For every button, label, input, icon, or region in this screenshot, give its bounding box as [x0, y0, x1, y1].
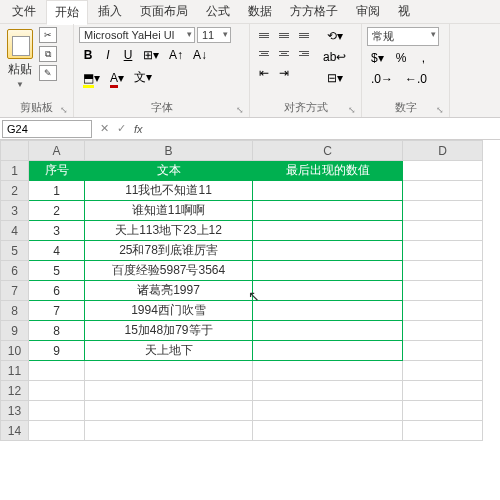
row-header[interactable]: 11 — [1, 361, 29, 381]
menu-insert[interactable]: 插入 — [90, 0, 130, 23]
italic-button[interactable]: I — [99, 46, 117, 64]
cell[interactable]: 6 — [29, 281, 85, 301]
cell[interactable] — [403, 221, 483, 241]
menu-home[interactable]: 开始 — [46, 0, 88, 25]
cell[interactable] — [403, 401, 483, 421]
decrease-decimal-button[interactable]: ←.0 — [401, 70, 431, 88]
cancel-icon[interactable]: ✕ — [100, 122, 109, 135]
cell[interactable] — [253, 181, 403, 201]
row-header[interactable]: 2 — [1, 181, 29, 201]
cell[interactable] — [253, 421, 403, 441]
menu-data[interactable]: 数据 — [240, 0, 280, 23]
cell[interactable]: 4 — [29, 241, 85, 261]
dialog-launcher-icon[interactable]: ⤡ — [60, 105, 68, 115]
cell[interactable]: 1 — [29, 181, 85, 201]
dialog-launcher-icon[interactable]: ⤡ — [348, 105, 356, 115]
cell[interactable] — [403, 301, 483, 321]
cell[interactable] — [29, 381, 85, 401]
cell[interactable] — [253, 241, 403, 261]
cut-button[interactable]: ✂ — [39, 27, 57, 43]
fx-icon[interactable]: fx — [134, 123, 143, 135]
align-left-button[interactable] — [255, 45, 273, 61]
cell[interactable]: 8 — [29, 321, 85, 341]
menu-view[interactable]: 视 — [390, 0, 418, 23]
cell[interactable] — [403, 281, 483, 301]
comma-button[interactable]: , — [414, 49, 432, 67]
menu-grid[interactable]: 方方格子 — [282, 0, 346, 23]
dialog-launcher-icon[interactable]: ⤡ — [436, 105, 444, 115]
font-name-dropdown[interactable]: Microsoft YaHei UI — [79, 27, 195, 43]
cell[interactable] — [253, 281, 403, 301]
phonetic-button[interactable]: 文▾ — [130, 67, 156, 88]
align-center-button[interactable] — [275, 45, 293, 61]
row-header[interactable]: 14 — [1, 421, 29, 441]
cell[interactable] — [253, 221, 403, 241]
copy-button[interactable]: ⧉ — [39, 46, 57, 62]
number-format-dropdown[interactable]: 常规 — [367, 27, 439, 46]
select-all-corner[interactable] — [1, 141, 29, 161]
paste-button[interactable]: 粘贴 ▼ — [5, 27, 35, 91]
cell[interactable] — [403, 421, 483, 441]
name-box[interactable] — [2, 120, 92, 138]
cell[interactable] — [403, 161, 483, 181]
menu-formula[interactable]: 公式 — [198, 0, 238, 23]
row-header[interactable]: 13 — [1, 401, 29, 421]
cell[interactable] — [403, 241, 483, 261]
increase-font-button[interactable]: A↑ — [165, 46, 187, 64]
cell[interactable]: 9 — [29, 341, 85, 361]
cell[interactable] — [403, 321, 483, 341]
cell[interactable] — [253, 201, 403, 221]
cell[interactable]: 3 — [29, 221, 85, 241]
font-size-dropdown[interactable]: 11 — [197, 27, 231, 43]
cell[interactable]: 最后出现的数值 — [253, 161, 403, 181]
menu-file[interactable]: 文件 — [4, 0, 44, 23]
cell[interactable]: 2 — [29, 201, 85, 221]
cell[interactable] — [403, 361, 483, 381]
currency-button[interactable]: $▾ — [367, 49, 388, 67]
font-color-button[interactable]: A▾ — [106, 69, 128, 87]
row-header[interactable]: 1 — [1, 161, 29, 181]
increase-decimal-button[interactable]: .0→ — [367, 70, 397, 88]
col-header-d[interactable]: D — [403, 141, 483, 161]
decrease-indent-button[interactable]: ⇤ — [255, 64, 273, 82]
cell[interactable]: 15加48加79等于 — [85, 321, 253, 341]
row-header[interactable]: 12 — [1, 381, 29, 401]
cell[interactable] — [403, 181, 483, 201]
cell[interactable] — [403, 381, 483, 401]
row-header[interactable]: 9 — [1, 321, 29, 341]
cell[interactable]: 序号 — [29, 161, 85, 181]
cell[interactable] — [29, 401, 85, 421]
cell[interactable] — [253, 261, 403, 281]
row-header[interactable]: 4 — [1, 221, 29, 241]
dialog-launcher-icon[interactable]: ⤡ — [236, 105, 244, 115]
cell[interactable] — [253, 301, 403, 321]
align-middle-button[interactable] — [275, 27, 293, 43]
cell[interactable] — [253, 321, 403, 341]
menu-review[interactable]: 审阅 — [348, 0, 388, 23]
row-header[interactable]: 7 — [1, 281, 29, 301]
align-bottom-button[interactable] — [295, 27, 313, 43]
row-header[interactable]: 6 — [1, 261, 29, 281]
enter-icon[interactable]: ✓ — [117, 122, 126, 135]
row-header[interactable]: 5 — [1, 241, 29, 261]
cell[interactable] — [253, 361, 403, 381]
cell[interactable] — [403, 261, 483, 281]
row-header[interactable]: 8 — [1, 301, 29, 321]
cell[interactable]: 11我也不知道11 — [85, 181, 253, 201]
cell[interactable] — [253, 381, 403, 401]
cell[interactable] — [253, 341, 403, 361]
cell[interactable] — [253, 401, 403, 421]
row-header[interactable]: 3 — [1, 201, 29, 221]
orientation-button[interactable]: ⟲▾ — [319, 27, 350, 45]
col-header-b[interactable]: B — [85, 141, 253, 161]
fill-color-button[interactable]: ⬒▾ — [79, 69, 104, 87]
wrap-text-button[interactable]: ab↩ — [319, 48, 350, 66]
align-top-button[interactable] — [255, 27, 273, 43]
cell[interactable]: 文本 — [85, 161, 253, 181]
cell[interactable] — [29, 421, 85, 441]
align-right-button[interactable] — [295, 45, 313, 61]
cell[interactable] — [29, 361, 85, 381]
cell[interactable]: 谁知道11啊啊 — [85, 201, 253, 221]
col-header-a[interactable]: A — [29, 141, 85, 161]
cell[interactable] — [403, 341, 483, 361]
